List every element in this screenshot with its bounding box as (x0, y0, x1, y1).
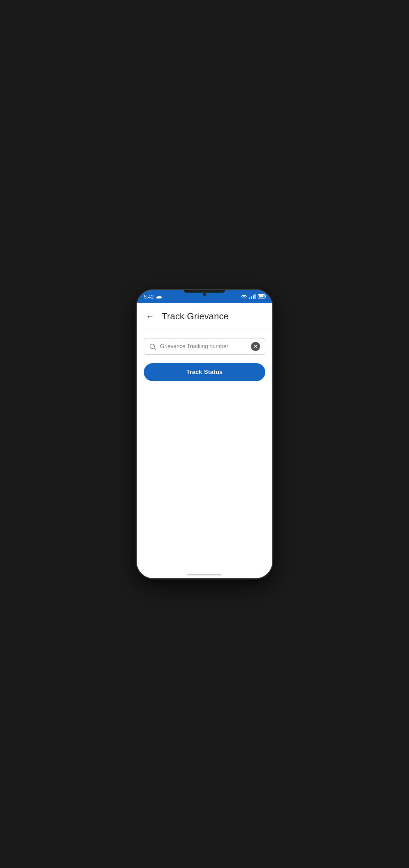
cloud-icon (156, 294, 162, 299)
phone-frame: 5:42 (137, 290, 272, 578)
camera (203, 293, 206, 296)
back-arrow-icon: ← (146, 312, 154, 320)
back-button[interactable]: ← (144, 310, 156, 322)
clear-button[interactable]: ✕ (251, 342, 260, 351)
page-title: Track Grievance (162, 311, 229, 322)
status-icons (241, 293, 265, 300)
app-content: ← Track Grievance ✕ (137, 303, 272, 578)
search-area: ✕ (137, 328, 272, 360)
notch (184, 290, 225, 293)
home-indicator (187, 574, 222, 575)
track-button-wrapper: Track Status (137, 360, 272, 384)
search-input-wrapper: ✕ (144, 338, 265, 355)
search-input[interactable] (160, 343, 248, 350)
track-status-button[interactable]: Track Status (144, 363, 265, 381)
phone-inner: 5:42 (137, 290, 272, 578)
battery-icon (258, 294, 265, 298)
app-header: ← Track Grievance (137, 303, 272, 328)
status-time: 5:42 (144, 294, 162, 300)
main-content (137, 384, 272, 578)
time-text: 5:42 (144, 294, 154, 300)
wifi-icon (241, 293, 247, 300)
clear-x-icon: ✕ (253, 344, 258, 349)
search-icon (149, 342, 157, 351)
signal-icon (249, 294, 256, 299)
